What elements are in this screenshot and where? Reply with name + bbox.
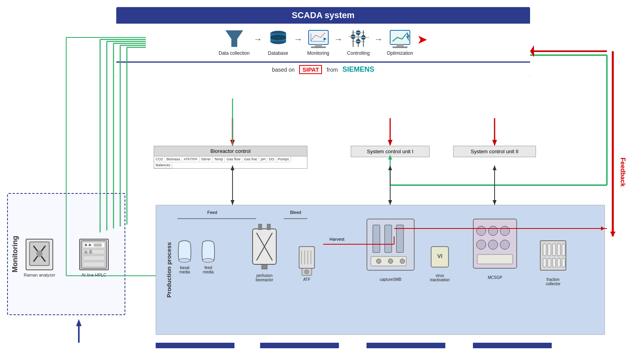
svg-rect-85 <box>553 244 556 256</box>
monitoring-label: Monitoring <box>11 236 19 273</box>
svg-marker-0 <box>225 30 243 47</box>
svg-rect-26 <box>356 37 369 38</box>
tag-ph: pH <box>259 156 268 162</box>
svg-point-48 <box>179 258 190 262</box>
svg-rect-42 <box>94 243 102 247</box>
svg-rect-88 <box>543 258 546 267</box>
svg-rect-65 <box>373 225 380 253</box>
scada-step-controlling: Controlling <box>347 29 370 56</box>
atf-label: ATF <box>303 277 310 282</box>
svg-point-70 <box>388 259 393 264</box>
svg-text:VI: VI <box>437 253 442 259</box>
arrow-2: → <box>294 34 303 45</box>
tag-balances: Balances <box>154 162 172 168</box>
svg-rect-24 <box>363 40 364 47</box>
step-label-data-collection: Data collection <box>219 50 250 56</box>
scada-flow: Data collection → Database → <box>116 24 530 61</box>
production-label: Production process <box>166 242 172 298</box>
svg-rect-10 <box>311 46 326 48</box>
funnel-icon <box>222 29 246 49</box>
svg-rect-38 <box>83 256 105 260</box>
svg-rect-92 <box>562 258 565 267</box>
scada-title: SCADA system <box>116 7 530 24</box>
harvest-label: Harvest <box>329 237 344 241</box>
svg-point-69 <box>376 259 381 264</box>
svg-rect-135 <box>260 343 339 348</box>
chart-icon <box>388 29 412 49</box>
svg-point-45 <box>85 251 87 252</box>
footer-middle: from <box>327 67 338 73</box>
svg-point-50 <box>203 258 214 262</box>
svg-marker-113 <box>230 140 235 146</box>
scada-step-monitoring: Monitoring <box>307 29 330 56</box>
equip-capturesmb: captureSMB <box>365 217 416 282</box>
svg-point-78 <box>476 240 486 249</box>
sipat-logo: SIPAT <box>299 65 322 74</box>
svg-rect-87 <box>562 244 565 256</box>
bioreactor-control-title: Bioreactor control <box>154 146 307 156</box>
svg-marker-133 <box>493 165 497 170</box>
svg-rect-56 <box>262 264 267 269</box>
tag-pumps: Pumps <box>276 156 291 162</box>
svg-marker-130 <box>388 165 392 170</box>
svg-rect-23 <box>363 30 364 36</box>
svg-rect-18 <box>352 41 365 42</box>
svg-rect-83 <box>543 244 546 256</box>
monitoring-box: Monitoring Raman analyzer <box>7 193 125 315</box>
scada-box: SCADA system Data collection → <box>116 7 530 76</box>
database-icon <box>266 29 290 49</box>
control-unit-2-label: System control unit II <box>471 149 518 154</box>
equip-mcsgp: MCSGP <box>471 217 519 280</box>
scada-step-optimization: Optimization <box>387 29 413 56</box>
bleed-label: Bleed <box>290 210 301 215</box>
svg-point-71 <box>400 259 405 264</box>
equip-perfusion-bioreactor: perfusionbioreactor <box>247 221 282 282</box>
step-label-database: Database <box>268 50 288 56</box>
monitoring-content: Raman analyzer <box>8 194 125 314</box>
svg-rect-137 <box>473 343 552 348</box>
svg-point-75 <box>476 226 486 236</box>
feed-label: Feed <box>207 210 217 215</box>
svg-marker-139 <box>76 319 82 326</box>
step-label-optimization: Optimization <box>387 50 413 56</box>
svg-rect-21 <box>353 39 354 47</box>
svg-rect-67 <box>396 225 404 253</box>
svg-rect-39 <box>83 262 105 267</box>
capturesmb-label: captureSMB <box>380 277 401 282</box>
svg-rect-90 <box>553 258 556 267</box>
step-label-controlling: Controlling <box>347 50 370 56</box>
scada-footer: based on SIPAT from SIEMENS <box>116 61 530 76</box>
tag-biomass: Biomass <box>165 156 182 162</box>
atline-hplc-icon <box>79 239 109 270</box>
atline-hplc: At-line HPLC <box>79 239 109 277</box>
svg-rect-20 <box>353 30 354 35</box>
basal-media-label: basalmedia <box>179 266 190 274</box>
svg-rect-25 <box>348 36 362 37</box>
virus-inactivation-label: virusinactivation <box>430 273 450 282</box>
equip-basal-media: basalmedia <box>176 237 193 274</box>
bioreactor-tags: CO2 Biomass ATF/TFF Stirrer Temp Gas flo… <box>154 156 307 169</box>
perfusion-bioreactor-label: perfusionbioreactor <box>256 273 273 282</box>
svg-point-41 <box>89 244 91 246</box>
equip-fraction-collector: fractioncollector <box>538 237 568 286</box>
equip-virus-inactivation: VI virusinactivation <box>428 245 452 282</box>
svg-rect-44 <box>89 251 92 254</box>
tag-do: DO <box>267 156 276 162</box>
siemens-logo: SIEMENS <box>342 65 374 73</box>
hplc-label: At-line HPLC <box>81 273 106 277</box>
bioreactor-control: Bioreactor control CO2 Biomass ATF/TFF S… <box>154 146 307 169</box>
monitor-chart-icon <box>307 29 330 49</box>
tag-gas-flow: Gas flow <box>225 156 242 162</box>
svg-point-76 <box>488 226 498 236</box>
feed-media-label: feedmedia <box>203 266 214 274</box>
svg-marker-126 <box>231 200 234 205</box>
svg-point-5 <box>270 35 286 40</box>
equip-feed-media: feedmedia <box>199 237 217 274</box>
svg-rect-55 <box>267 224 270 230</box>
raman-analyzer: Raman analyzer <box>24 239 55 277</box>
equip-atf: ATF <box>296 245 318 282</box>
svg-rect-91 <box>557 258 560 267</box>
system-control-unit-1: System control unit I <box>351 146 430 157</box>
tag-co2: CO2 <box>154 156 165 162</box>
tag-gas-frac: Gas frac <box>242 156 259 162</box>
